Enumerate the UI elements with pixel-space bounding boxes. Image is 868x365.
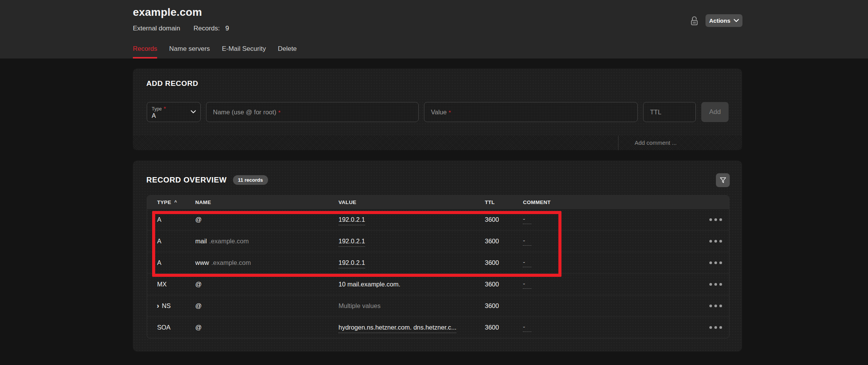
record-overview-header: RECORD OVERVIEW 11 records [146, 175, 268, 185]
table-row: A www.example.com 192.0.2.1 3600 - [147, 252, 729, 273]
add-record-button[interactable]: Add [701, 102, 729, 122]
row-menu-button[interactable] [709, 259, 723, 266]
record-comment[interactable]: - [523, 324, 531, 332]
add-record-form: Type* A Name (use @ for root) * Value * … [147, 102, 729, 122]
record-name: @ [195, 324, 338, 331]
record-overview-panel: RECORD OVERVIEW 11 records TYPE ^ NAME V… [133, 161, 742, 352]
column-header-name[interactable]: NAME [195, 199, 338, 205]
record-ttl: 3600 [485, 302, 523, 310]
record-type: › NS [147, 302, 195, 310]
record-value-input[interactable]: Value * [424, 102, 638, 122]
record-type: A [147, 216, 195, 223]
row-menu-button[interactable] [709, 281, 723, 288]
record-value: 10 mail.example.com. [338, 281, 485, 288]
table-header-row: TYPE ^ NAME VALUE TTL COMMENT [147, 196, 729, 209]
type-select-label: Type* [152, 105, 196, 112]
lock-icon [689, 15, 699, 26]
record-type: SOA [147, 324, 195, 331]
row-menu-button[interactable] [709, 324, 723, 331]
type-select-value: A [152, 112, 196, 119]
column-header-ttl[interactable]: TTL [485, 199, 523, 205]
tab-delete[interactable]: Delete [278, 45, 297, 59]
comment-divider [618, 136, 618, 150]
record-ttl-input[interactable]: TTL [643, 102, 696, 122]
domain-type-label: External domain [133, 25, 180, 32]
column-header-value[interactable]: VALUE [338, 199, 485, 205]
record-name-suffix: .example.com [211, 259, 251, 266]
record-type: MX [147, 281, 195, 288]
tab-records[interactable]: Records [133, 45, 157, 59]
record-ttl: 3600 [485, 324, 523, 331]
table-row: A mail.example.com 192.0.2.1 3600 - [147, 230, 729, 252]
top-bar: example.com External domain Records: 9 R… [0, 0, 868, 59]
name-input-placeholder: Name (use @ for root) [213, 109, 276, 116]
tab-name-servers[interactable]: Name servers [169, 45, 210, 59]
record-name: @ [195, 216, 338, 223]
filter-button[interactable] [716, 173, 730, 187]
actions-button[interactable]: Actions [705, 14, 742, 27]
ttl-input-placeholder: TTL [650, 109, 661, 116]
chevron-down-icon [191, 110, 196, 114]
record-ttl: 3600 [485, 216, 523, 223]
record-value[interactable]: 192.0.2.1 [338, 259, 365, 268]
column-header-type[interactable]: TYPE ^ [147, 199, 195, 205]
table-row: A @ 192.0.2.1 3600 - [147, 209, 729, 230]
value-input-placeholder: Value [431, 109, 447, 116]
record-type-select[interactable]: Type* A [147, 102, 201, 122]
page-title: example.com [133, 6, 202, 18]
add-record-panel: ADD RECORD Type* A Name (use @ for root)… [133, 69, 742, 136]
record-ttl: 3600 [485, 259, 523, 266]
record-value: Multiple values [338, 302, 485, 310]
domain-meta: External domain Records: 9 [133, 25, 229, 32]
row-menu-button[interactable] [709, 238, 723, 245]
record-name: @ [195, 302, 338, 310]
tab-email-security[interactable]: E-Mail Security [222, 45, 266, 59]
chevron-down-icon [734, 19, 739, 22]
record-comment[interactable]: - [523, 216, 531, 224]
add-comment-bar[interactable]: Add comment ... [133, 136, 742, 150]
table-row: › NS @ Multiple values 3600 [147, 295, 729, 316]
record-type: A [147, 238, 195, 245]
table-row: MX @ 10 mail.example.com. 3600 - [147, 273, 729, 295]
expand-chevron-icon[interactable]: › [157, 302, 159, 309]
record-comment[interactable]: - [523, 281, 531, 289]
record-name: @ [195, 281, 338, 288]
record-value[interactable]: hydrogen.ns.hetzner.com. dns.hetzner.c..… [338, 324, 456, 333]
filter-icon [720, 177, 726, 184]
required-asterisk: * [278, 109, 280, 116]
row-menu-button[interactable] [709, 216, 723, 223]
row-menu-button[interactable] [709, 302, 723, 310]
actions-button-label: Actions [709, 17, 730, 24]
record-name: mail.example.com [195, 238, 338, 245]
record-name-input[interactable]: Name (use @ for root) * [206, 102, 419, 122]
record-overview-heading: RECORD OVERVIEW [146, 176, 227, 184]
record-type: A [147, 259, 195, 266]
record-name: www.example.com [195, 259, 338, 266]
column-header-comment[interactable]: COMMENT [523, 199, 702, 205]
add-record-heading: ADD RECORD [146, 79, 198, 88]
sort-asc-icon: ^ [174, 199, 177, 205]
required-asterisk: * [164, 105, 166, 112]
record-ttl: 3600 [485, 238, 523, 245]
tab-bar: Records Name servers E-Mail Security Del… [133, 45, 297, 59]
records-count-label: Records: [194, 25, 220, 32]
record-comment[interactable]: - [523, 259, 531, 267]
record-comment[interactable]: - [523, 238, 531, 246]
record-name-suffix: .example.com [209, 238, 249, 244]
record-count-badge: 11 records [233, 175, 268, 185]
record-ttl: 3600 [485, 281, 523, 288]
record-value[interactable]: 192.0.2.1 [338, 216, 365, 225]
table-row: SOA @ hydrogen.ns.hetzner.com. dns.hetzn… [147, 316, 729, 338]
record-value[interactable]: 192.0.2.1 [338, 238, 365, 247]
required-asterisk: * [449, 109, 451, 116]
add-comment-placeholder: Add comment ... [635, 136, 677, 150]
records-count-value: 9 [225, 25, 229, 32]
records-table: TYPE ^ NAME VALUE TTL COMMENT A @ 192.0.… [147, 195, 729, 338]
